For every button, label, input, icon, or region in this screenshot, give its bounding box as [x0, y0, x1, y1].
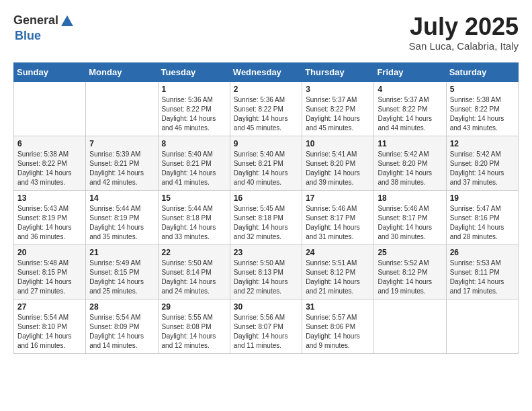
- day-info: Sunrise: 5:57 AMSunset: 8:06 PMDaylight:…: [306, 313, 370, 351]
- day-number: 22: [162, 248, 226, 257]
- calendar-week-4: 20Sunrise: 5:48 AMSunset: 8:15 PMDayligh…: [14, 244, 519, 299]
- calendar-cell: 2Sunrise: 5:36 AMSunset: 8:22 PMDaylight…: [230, 81, 302, 136]
- day-number: 31: [306, 302, 370, 312]
- weekday-header-wednesday: Wednesday: [230, 62, 302, 81]
- day-number: 20: [17, 248, 82, 257]
- month-year: July 2025: [409, 13, 519, 40]
- calendar-cell: 11Sunrise: 5:42 AMSunset: 8:20 PMDayligh…: [374, 136, 446, 190]
- calendar-cell: 23Sunrise: 5:50 AMSunset: 8:13 PMDayligh…: [230, 244, 302, 299]
- weekday-header-thursday: Thursday: [302, 62, 374, 81]
- calendar-cell: 30Sunrise: 5:56 AMSunset: 8:07 PMDayligh…: [230, 299, 302, 353]
- calendar-cell: 27Sunrise: 5:54 AMSunset: 8:10 PMDayligh…: [14, 299, 86, 353]
- calendar-cell: 29Sunrise: 5:55 AMSunset: 8:08 PMDayligh…: [158, 299, 230, 353]
- day-number: 28: [89, 302, 154, 312]
- day-number: 13: [17, 193, 82, 203]
- day-info: Sunrise: 5:53 AMSunset: 8:11 PMDaylight:…: [450, 259, 515, 296]
- day-number: 6: [17, 139, 82, 148]
- day-info: Sunrise: 5:48 AMSunset: 8:15 PMDaylight:…: [17, 259, 82, 296]
- day-number: 4: [378, 85, 442, 94]
- day-info: Sunrise: 5:49 AMSunset: 8:15 PMDaylight:…: [89, 259, 154, 296]
- day-info: Sunrise: 5:54 AMSunset: 8:10 PMDaylight:…: [17, 313, 82, 351]
- day-number: 21: [89, 248, 154, 257]
- day-info: Sunrise: 5:37 AMSunset: 8:22 PMDaylight:…: [306, 95, 370, 133]
- day-number: 1: [162, 85, 226, 94]
- day-number: 10: [306, 139, 370, 148]
- day-info: Sunrise: 5:51 AMSunset: 8:12 PMDaylight:…: [306, 259, 370, 296]
- calendar-cell: 8Sunrise: 5:40 AMSunset: 8:21 PMDaylight…: [158, 136, 230, 190]
- calendar-cell: 6Sunrise: 5:38 AMSunset: 8:22 PMDaylight…: [14, 136, 86, 190]
- day-number: 5: [450, 85, 515, 94]
- calendar-cell: 12Sunrise: 5:42 AMSunset: 8:20 PMDayligh…: [446, 136, 518, 190]
- day-info: Sunrise: 5:38 AMSunset: 8:22 PMDaylight:…: [450, 95, 515, 133]
- day-number: 7: [89, 139, 154, 148]
- day-number: 14: [89, 193, 154, 203]
- calendar-week-1: 1Sunrise: 5:36 AMSunset: 8:22 PMDaylight…: [14, 81, 519, 136]
- calendar-cell: [86, 81, 158, 136]
- day-info: Sunrise: 5:36 AMSunset: 8:22 PMDaylight:…: [162, 95, 226, 133]
- calendar-cell: 14Sunrise: 5:44 AMSunset: 8:19 PMDayligh…: [86, 190, 158, 244]
- weekday-header-saturday: Saturday: [446, 62, 518, 81]
- day-info: Sunrise: 5:50 AMSunset: 8:14 PMDaylight:…: [162, 259, 226, 296]
- calendar-cell: [374, 299, 446, 353]
- day-info: Sunrise: 5:56 AMSunset: 8:07 PMDaylight:…: [234, 313, 298, 351]
- day-info: Sunrise: 5:37 AMSunset: 8:22 PMDaylight:…: [378, 95, 442, 133]
- day-info: Sunrise: 5:54 AMSunset: 8:09 PMDaylight:…: [89, 313, 154, 351]
- calendar-cell: 4Sunrise: 5:37 AMSunset: 8:22 PMDaylight…: [374, 81, 446, 136]
- calendar-week-5: 27Sunrise: 5:54 AMSunset: 8:10 PMDayligh…: [14, 299, 519, 353]
- calendar-cell: 18Sunrise: 5:46 AMSunset: 8:17 PMDayligh…: [374, 190, 446, 244]
- day-info: Sunrise: 5:44 AMSunset: 8:18 PMDaylight:…: [162, 204, 226, 242]
- weekday-header-row: SundayMondayTuesdayWednesdayThursdayFrid…: [14, 62, 519, 81]
- calendar-cell: 16Sunrise: 5:45 AMSunset: 8:18 PMDayligh…: [230, 190, 302, 244]
- calendar-cell: 17Sunrise: 5:46 AMSunset: 8:17 PMDayligh…: [302, 190, 374, 244]
- logo-icon: [60, 14, 75, 29]
- title-block: July 2025 San Luca, Calabria, Italy: [409, 13, 519, 52]
- calendar-cell: 28Sunrise: 5:54 AMSunset: 8:09 PMDayligh…: [86, 299, 158, 353]
- day-info: Sunrise: 5:46 AMSunset: 8:17 PMDaylight:…: [378, 204, 442, 242]
- day-number: 30: [234, 302, 298, 312]
- calendar-cell: 25Sunrise: 5:52 AMSunset: 8:12 PMDayligh…: [374, 244, 446, 299]
- day-info: Sunrise: 5:55 AMSunset: 8:08 PMDaylight:…: [162, 313, 226, 351]
- weekday-header-sunday: Sunday: [14, 62, 86, 81]
- calendar-cell: 3Sunrise: 5:37 AMSunset: 8:22 PMDaylight…: [302, 81, 374, 136]
- day-number: 18: [378, 193, 442, 203]
- logo-text: General Blue: [13, 13, 76, 43]
- day-info: Sunrise: 5:39 AMSunset: 8:21 PMDaylight:…: [89, 150, 154, 187]
- calendar-cell: 5Sunrise: 5:38 AMSunset: 8:22 PMDaylight…: [446, 81, 518, 136]
- calendar-cell: 10Sunrise: 5:41 AMSunset: 8:20 PMDayligh…: [302, 136, 374, 190]
- calendar-cell: [14, 81, 86, 136]
- day-info: Sunrise: 5:52 AMSunset: 8:12 PMDaylight:…: [378, 259, 442, 296]
- day-number: 25: [378, 248, 442, 257]
- day-number: 2: [234, 85, 298, 94]
- calendar-cell: 7Sunrise: 5:39 AMSunset: 8:21 PMDaylight…: [86, 136, 158, 190]
- logo: General Blue: [13, 13, 76, 43]
- day-number: 8: [162, 139, 226, 148]
- calendar-cell: 9Sunrise: 5:40 AMSunset: 8:21 PMDaylight…: [230, 136, 302, 190]
- day-info: Sunrise: 5:36 AMSunset: 8:22 PMDaylight:…: [234, 95, 298, 133]
- day-number: 17: [306, 193, 370, 203]
- calendar-cell: 15Sunrise: 5:44 AMSunset: 8:18 PMDayligh…: [158, 190, 230, 244]
- calendar-cell: 13Sunrise: 5:43 AMSunset: 8:19 PMDayligh…: [14, 190, 86, 244]
- logo-blue: Blue: [15, 29, 41, 42]
- calendar-cell: 21Sunrise: 5:49 AMSunset: 8:15 PMDayligh…: [86, 244, 158, 299]
- day-info: Sunrise: 5:46 AMSunset: 8:17 PMDaylight:…: [306, 204, 370, 242]
- calendar-cell: 20Sunrise: 5:48 AMSunset: 8:15 PMDayligh…: [14, 244, 86, 299]
- day-info: Sunrise: 5:38 AMSunset: 8:22 PMDaylight:…: [17, 150, 82, 187]
- day-number: 27: [17, 302, 82, 312]
- calendar-cell: 24Sunrise: 5:51 AMSunset: 8:12 PMDayligh…: [302, 244, 374, 299]
- calendar-cell: 31Sunrise: 5:57 AMSunset: 8:06 PMDayligh…: [302, 299, 374, 353]
- day-info: Sunrise: 5:45 AMSunset: 8:18 PMDaylight:…: [234, 204, 298, 242]
- calendar-cell: 1Sunrise: 5:36 AMSunset: 8:22 PMDaylight…: [158, 81, 230, 136]
- day-info: Sunrise: 5:42 AMSunset: 8:20 PMDaylight:…: [378, 150, 442, 187]
- day-number: 11: [378, 139, 442, 148]
- day-number: 29: [162, 302, 226, 312]
- day-info: Sunrise: 5:44 AMSunset: 8:19 PMDaylight:…: [89, 204, 154, 242]
- page-header: General Blue July 2025 San Luca, Calabri…: [13, 13, 519, 52]
- location: San Luca, Calabria, Italy: [409, 40, 519, 52]
- day-number: 16: [234, 193, 298, 203]
- weekday-header-tuesday: Tuesday: [158, 62, 230, 81]
- svg-marker-0: [61, 15, 73, 26]
- day-number: 26: [450, 248, 515, 257]
- calendar-table: SundayMondayTuesdayWednesdayThursdayFrid…: [13, 62, 519, 354]
- day-number: 24: [306, 248, 370, 257]
- logo-general: General: [13, 13, 58, 27]
